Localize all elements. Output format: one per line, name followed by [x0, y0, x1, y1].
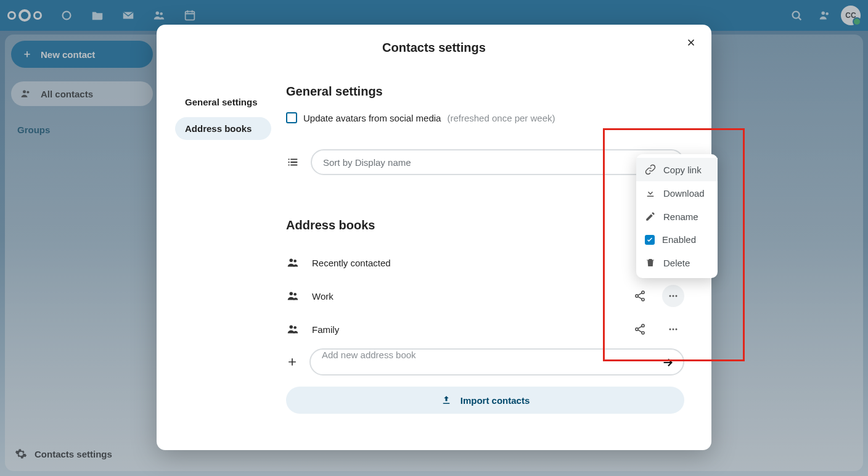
svg-point-11: [290, 292, 293, 296]
import-contacts-button[interactable]: Import contacts: [286, 387, 684, 414]
svg-point-17: [673, 295, 674, 297]
address-book-row: Recently contacted: [286, 246, 684, 279]
add-address-book-input[interactable]: Add new address book: [309, 348, 684, 375]
update-avatars-label: Update avatars from social media: [303, 113, 441, 123]
nav-general[interactable]: General settings: [175, 91, 271, 113]
share-icon[interactable]: [629, 318, 651, 340]
plus-icon: [286, 356, 298, 368]
pencil-icon: [645, 211, 656, 222]
svg-point-24: [669, 329, 671, 330]
more-icon[interactable]: [662, 318, 684, 340]
group-icon: [286, 322, 300, 336]
address-book-row: Family: [286, 313, 684, 346]
group-icon: [286, 289, 300, 303]
add-address-book-placeholder: Add new address book: [322, 350, 416, 360]
nav-address-books[interactable]: Address books: [175, 117, 271, 140]
general-heading: General settings: [286, 84, 684, 99]
popover-item-delete[interactable]: Delete: [636, 251, 718, 274]
address-book-label: Family: [312, 324, 339, 335]
popover-item-enabled[interactable]: Enabled: [636, 228, 718, 251]
import-contacts-label: Import contacts: [461, 395, 530, 406]
upload-icon: [441, 395, 452, 406]
svg-point-16: [669, 295, 671, 297]
svg-point-19: [290, 326, 293, 329]
list-icon: [286, 155, 300, 169]
address-books-heading: Address books: [286, 218, 684, 232]
sort-select[interactable]: Sort by Display name: [311, 149, 684, 175]
update-avatars-checkbox[interactable]: Update avatars from social media (refres…: [286, 112, 684, 123]
popover-item-copy-link[interactable]: Copy link: [636, 158, 718, 181]
svg-point-26: [676, 329, 678, 330]
modal-title: Contacts settings: [157, 25, 711, 60]
address-book-actions-popover: Copy linkDownloadRenameEnabledDelete: [636, 154, 718, 278]
more-icon[interactable]: [662, 285, 684, 307]
update-avatars-hint: (refreshed once per week): [447, 113, 555, 123]
svg-point-12: [293, 293, 297, 296]
sort-value: Sort by Display name: [323, 157, 411, 168]
popover-item-label: Copy link: [663, 165, 702, 175]
svg-point-25: [673, 329, 674, 330]
address-book-label: Recently contacted: [312, 258, 391, 268]
link-icon: [645, 164, 656, 175]
trash-icon: [645, 257, 656, 268]
popover-item-label: Enabled: [662, 234, 696, 245]
submit-arrow-icon[interactable]: [661, 356, 674, 369]
svg-point-20: [293, 326, 297, 329]
popover-item-rename[interactable]: Rename: [636, 205, 718, 228]
share-icon[interactable]: [629, 285, 651, 307]
popover-item-label: Download: [663, 188, 705, 199]
svg-point-10: [293, 260, 297, 263]
svg-point-18: [676, 295, 678, 297]
checkbox-icon: [286, 112, 297, 123]
checkbox-checked-icon: [645, 235, 655, 245]
svg-point-9: [290, 259, 293, 263]
address-book-label: Work: [312, 291, 334, 302]
popover-item-label: Rename: [663, 211, 698, 222]
modal-nav: General settings Address books: [157, 60, 280, 448]
download-icon: [645, 187, 656, 199]
popover-item-label: Delete: [663, 258, 690, 268]
address-book-row: Work: [286, 279, 684, 313]
settings-modal: Contacts settings General settings Addre…: [157, 25, 711, 450]
popover-item-download[interactable]: Download: [636, 181, 718, 205]
close-icon[interactable]: [682, 33, 700, 52]
group-icon: [286, 256, 300, 269]
